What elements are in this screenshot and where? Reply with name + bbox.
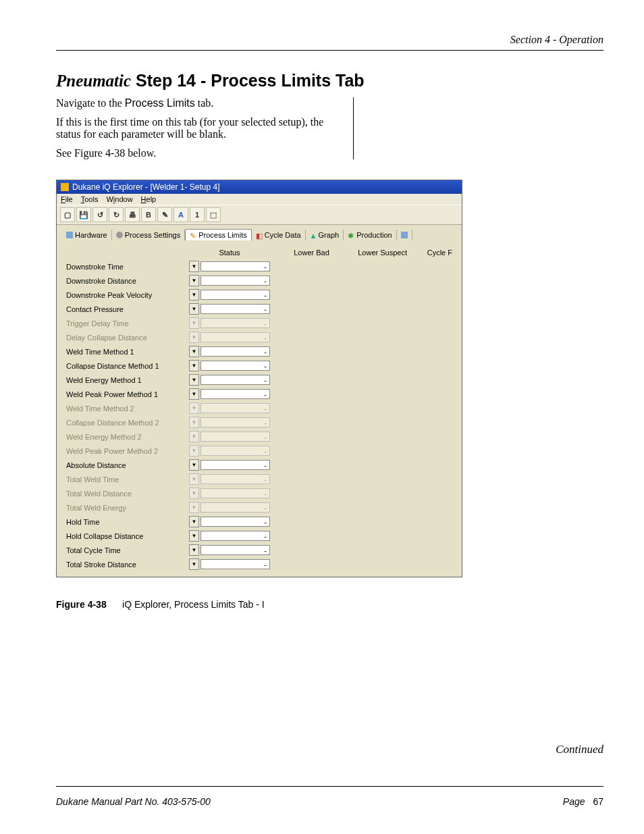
param-empty-cell xyxy=(333,259,411,273)
param-status-cell: ▼- xyxy=(185,429,274,444)
status-field[interactable]: - xyxy=(200,346,270,357)
param-empty-cell xyxy=(333,273,411,288)
param-row: Total Weld Time▼- xyxy=(62,472,456,486)
menu-window[interactable]: WindowWindow xyxy=(106,195,132,203)
status-field[interactable]: - xyxy=(200,545,270,555)
status-dropdown-button[interactable]: ▼ xyxy=(189,558,199,570)
param-empty-cell xyxy=(333,444,411,458)
status-field[interactable]: - xyxy=(200,559,270,569)
param-empty-cell xyxy=(274,557,333,571)
status-dropdown-button[interactable]: ▼ xyxy=(189,360,199,371)
status-dropdown-button[interactable]: ▼ xyxy=(189,544,199,556)
param-empty-cell xyxy=(274,344,333,359)
menu-tools[interactable]: ToolsTools xyxy=(81,195,99,203)
param-empty-cell xyxy=(274,529,333,543)
param-empty-cell xyxy=(333,316,411,330)
toolbar-btn-5[interactable]: B xyxy=(141,207,156,222)
status-dropdown-button[interactable]: ▼ xyxy=(189,516,199,527)
status-dropdown-button[interactable]: ▼ xyxy=(189,346,199,357)
param-empty-cell xyxy=(274,429,333,444)
toolbar-btn-9[interactable]: ⬚ xyxy=(206,207,221,222)
toolbar-btn-4[interactable]: 🖶 xyxy=(125,207,140,222)
status-field[interactable]: - xyxy=(200,517,270,527)
footer-right: Page 67 xyxy=(563,796,603,807)
param-status-cell: ▼- xyxy=(185,415,274,429)
tab-hardware[interactable]: Hardware xyxy=(62,230,112,240)
status-field[interactable]: - xyxy=(200,531,270,541)
param-status-cell: ▼- xyxy=(185,543,274,557)
toolbar-btn-8[interactable]: 1 xyxy=(190,207,205,222)
tab-graph[interactable]: ▲ Graph xyxy=(306,230,344,240)
param-empty-cell xyxy=(274,515,333,529)
status-field: - xyxy=(200,488,270,498)
tab-cycle-data[interactable]: ◧ Cycle Data xyxy=(252,230,306,240)
tab-production[interactable]: ✱ Production xyxy=(344,230,397,240)
param-label: Contact Pressure xyxy=(62,302,185,316)
param-empty-cell xyxy=(333,500,411,515)
window-title: Dukane iQ Explorer - [Welder 1- Setup 4] xyxy=(72,182,220,192)
tab-process-settings-label: Process Settings xyxy=(125,231,181,239)
footer-page-word: Page xyxy=(563,796,585,807)
param-row: Total Weld Energy▼- xyxy=(62,500,456,515)
param-status-cell: ▼- xyxy=(185,359,274,373)
toolbar-btn-save[interactable]: 💾 xyxy=(76,207,91,222)
param-empty-cell xyxy=(333,288,411,302)
status-field[interactable]: - xyxy=(200,290,270,300)
tab-process-settings[interactable]: Process Settings xyxy=(112,230,186,240)
tab-cycle-data-label: Cycle Data xyxy=(265,231,301,239)
param-label: Total Stroke Distance xyxy=(62,557,185,571)
param-label: Weld Peak Power Method 1 xyxy=(62,387,185,401)
param-row: Weld Peak Power Method 2▼- xyxy=(62,444,456,458)
status-dropdown-button[interactable]: ▼ xyxy=(189,275,199,286)
param-status-cell: ▼- xyxy=(185,302,274,316)
menubar: FFileile ToolsTools WindowWindow HelpHel… xyxy=(57,194,462,205)
param-empty-cell xyxy=(411,273,456,288)
status-field[interactable]: - xyxy=(200,276,270,286)
param-empty-cell xyxy=(411,259,456,273)
status-field[interactable]: - xyxy=(200,261,270,271)
param-label: Total Weld Time xyxy=(62,472,185,486)
param-status-cell: ▼- xyxy=(185,515,274,529)
status-field[interactable]: - xyxy=(200,375,270,385)
param-empty-cell xyxy=(411,515,456,529)
param-empty-cell xyxy=(411,458,456,472)
param-empty-cell xyxy=(333,529,411,543)
tabbar: Hardware Process Settings ✎ Process Limi… xyxy=(57,225,462,240)
tab-process-limits[interactable]: ✎ Process Limits xyxy=(185,229,252,240)
toolbar-btn-0[interactable]: ▢ xyxy=(60,207,75,222)
param-status-cell: ▼- xyxy=(185,500,274,515)
figure-label: Figure 4-38 xyxy=(56,599,107,610)
toolbar-btn-3[interactable]: ↻ xyxy=(109,207,124,222)
status-dropdown-button[interactable]: ▼ xyxy=(189,374,199,386)
param-empty-cell xyxy=(333,359,411,373)
instruction-1-c: tab. xyxy=(195,97,214,109)
toolbar-btn-7[interactable]: A xyxy=(173,207,188,222)
section-header: Section 4 - Operation xyxy=(56,34,603,50)
status-dropdown-button[interactable]: ▼ xyxy=(189,459,199,471)
status-field[interactable]: - xyxy=(200,389,270,399)
status-field[interactable]: - xyxy=(200,361,270,371)
tab-process-limits-label: Process Limits xyxy=(198,231,247,239)
toolbar-btn-2[interactable]: ↺ xyxy=(92,207,107,222)
status-dropdown-button[interactable]: ▼ xyxy=(189,388,199,400)
param-status-cell: ▼- xyxy=(185,373,274,387)
tab-overflow[interactable] xyxy=(397,230,412,240)
status-dropdown-button[interactable]: ▼ xyxy=(189,289,199,301)
pencil-icon: ✎ xyxy=(190,232,196,238)
status-dropdown-button[interactable]: ▼ xyxy=(189,303,199,315)
menu-file[interactable]: FFileile xyxy=(61,195,73,203)
status-dropdown-button[interactable]: ▼ xyxy=(189,261,199,272)
param-label: Hold Collapse Distance xyxy=(62,529,185,543)
status-field[interactable]: - xyxy=(200,304,270,314)
status-dropdown-button: ▼ xyxy=(189,431,199,442)
param-label: Weld Energy Method 1 xyxy=(62,373,185,387)
status-dropdown-button[interactable]: ▼ xyxy=(189,530,199,542)
param-status-cell: ▼- xyxy=(185,472,274,486)
status-field[interactable]: - xyxy=(200,460,270,470)
menu-help[interactable]: HelpHelp xyxy=(141,195,157,203)
param-empty-cell xyxy=(333,330,411,344)
param-label: Weld Time Method 1 xyxy=(62,344,185,359)
toolbar-btn-6[interactable]: ✎ xyxy=(157,207,172,222)
param-empty-cell xyxy=(274,302,333,316)
status-field: - xyxy=(200,403,270,413)
